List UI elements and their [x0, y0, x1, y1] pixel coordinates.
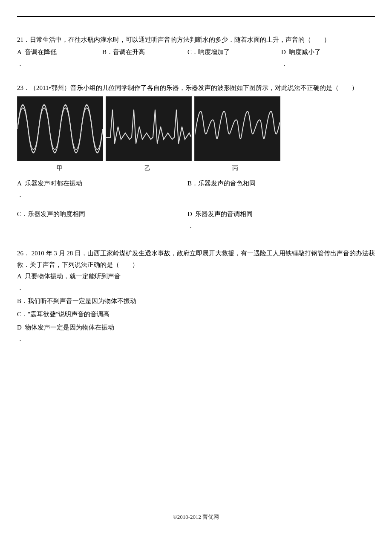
waveform-bing — [194, 96, 280, 161]
option-b: B．音调在升高 — [102, 46, 187, 69]
option-a: A 乐器发声时都在振动． — [17, 178, 187, 201]
option-text: 乐器发声的音调相同 — [195, 211, 253, 217]
option-text: 我们听不到声音一定是因为物体不振动 — [28, 298, 136, 304]
option-text: 乐器发声时都在振动 — [25, 180, 82, 187]
question-23-options: A 乐器发声时都在振动． B．乐器发声的音色相同 C．乐器发声的响度相同 D 乐… — [17, 178, 375, 239]
question-number: 26． — [17, 250, 30, 257]
document-page: 21．日常生活中，在往水瓶内灌水时，可以通过听声音的方法判断水的多少．随着水面的… — [0, 0, 392, 529]
option-text: 响度减小了 — [289, 49, 321, 55]
option-d: D 乐器发声的音调相同． — [187, 208, 358, 231]
option-label: A — [17, 273, 21, 280]
option-label: C． — [17, 311, 28, 318]
option-label: B． — [102, 49, 113, 55]
option-label: D — [281, 49, 286, 55]
option-label: A — [17, 180, 21, 187]
question-23-stem: 23．（2011•鄂州）音乐小组的几位同学制作了各自的乐器，乐器发声的波形图如下… — [17, 82, 375, 94]
option-c: C．乐器发声的响度相同 — [17, 208, 187, 231]
wave-svg-icon — [17, 97, 103, 161]
waveform-labels: 甲 乙 丙 — [17, 163, 375, 173]
question-number: 23． — [17, 84, 30, 91]
option-dot: ． — [187, 222, 194, 229]
option-dot: ． — [281, 60, 288, 67]
question-text: 日常生活中，在往水瓶内灌水时，可以通过听声音的方法判断水的多少．随着水面的上升，… — [30, 36, 330, 43]
option-a: A 只要物体振动，就一定能听到声音． — [17, 271, 375, 294]
option-label: A — [17, 49, 21, 55]
option-label: B． — [187, 180, 198, 187]
option-dot: ． — [17, 284, 23, 291]
top-horizontal-rule — [17, 16, 375, 17]
wave-label-yi: 乙 — [105, 163, 190, 173]
question-26-stem: 26． 2010 年 3 月 28 日，山西王家岭煤矿发生透水事故，政府立即展开… — [17, 248, 375, 271]
question-text: （2011•鄂州）音乐小组的几位同学制作了各自的乐器，乐器发声的波形图如下图所示… — [30, 84, 358, 91]
option-text: 响度增加了 — [198, 49, 230, 55]
page-footer: ©2010-2012 菁优网 — [0, 513, 392, 521]
question-number: 21． — [17, 36, 30, 43]
wave-svg-icon — [106, 97, 191, 161]
wave-label-bing: 丙 — [193, 163, 278, 173]
waveform-row — [17, 96, 375, 161]
option-text: 乐器发声的音色相同 — [198, 180, 256, 187]
option-label: D — [187, 211, 192, 217]
option-c: C．"震耳欲聋"说明声音的音调高 — [17, 309, 375, 320]
question-21: 21．日常生活中，在往水瓶内灌水时，可以通过听声音的方法判断水的多少．随着水面的… — [17, 34, 375, 69]
question-21-stem: 21．日常生活中，在往水瓶内灌水时，可以通过听声音的方法判断水的多少．随着水面的… — [17, 34, 375, 46]
option-d: D 物体发声一定是因为物体在振动． — [17, 322, 375, 345]
option-label: C． — [187, 49, 198, 55]
question-21-options: A 音调在降低． B．音调在升高 C．响度增加了 D 响度减小了． — [17, 46, 375, 69]
option-dot: ． — [17, 191, 23, 198]
option-text: 乐器发声的响度相同 — [28, 211, 85, 217]
option-text: 只要物体振动，就一定能听到声音 — [25, 273, 121, 280]
option-label: C． — [17, 211, 28, 217]
option-b: B．乐器发声的音色相同 — [187, 178, 358, 201]
option-text: 音调在降低 — [25, 49, 57, 55]
option-c: C．响度增加了 — [187, 46, 281, 69]
wave-label-jia: 甲 — [17, 163, 102, 173]
question-23: 23．（2011•鄂州）音乐小组的几位同学制作了各自的乐器，乐器发声的波形图如下… — [17, 82, 375, 239]
option-text: "震耳欲聋"说明声音的音调高 — [28, 311, 110, 318]
option-label: B． — [17, 298, 28, 304]
option-dot: ． — [17, 60, 23, 67]
option-label: D — [17, 324, 22, 331]
option-d: D 响度减小了． — [281, 46, 366, 69]
option-text: 物体发声一定是因为物体在振动 — [25, 324, 114, 331]
question-text: 2010 年 3 月 28 日，山西王家岭煤矿发生透水事故，政府立即展开大救援，… — [17, 250, 375, 268]
question-26: 26． 2010 年 3 月 28 日，山西王家岭煤矿发生透水事故，政府立即展开… — [17, 248, 375, 345]
option-b: B．我们听不到声音一定是因为物体不振动 — [17, 295, 375, 307]
option-text: 音调在升高 — [113, 49, 145, 55]
question-26-options: A 只要物体振动，就一定能听到声音． B．我们听不到声音一定是因为物体不振动 C… — [17, 271, 375, 345]
wave-svg-icon — [195, 97, 280, 161]
waveform-yi — [106, 96, 192, 161]
waveform-jia — [17, 96, 103, 161]
option-a: A 音调在降低． — [17, 46, 102, 69]
option-dot: ． — [17, 335, 23, 342]
